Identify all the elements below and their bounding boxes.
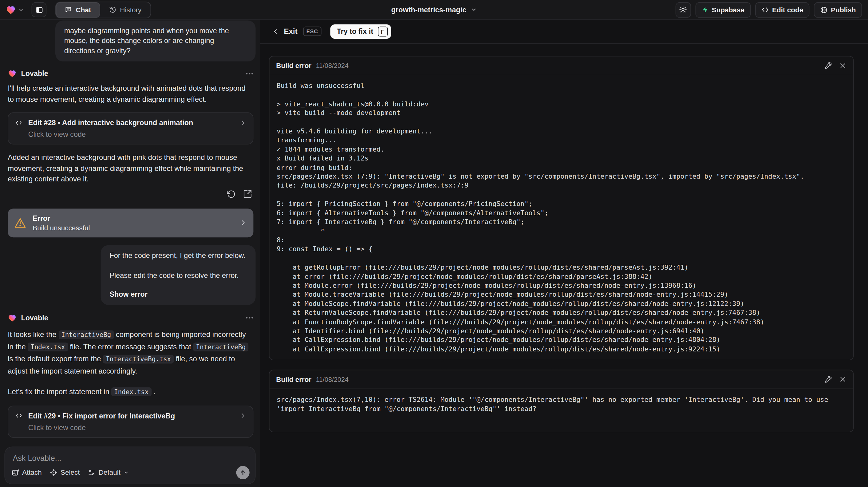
build-error-card[interactable]: Error Build unsuccessful (8, 209, 253, 237)
chat-composer[interactable]: Ask Lovable... Attach Select (4, 447, 255, 484)
wrench-icon[interactable] (824, 62, 831, 69)
message-actions (0, 189, 252, 199)
tab-chat[interactable]: Chat (56, 2, 100, 17)
lovable-heart-icon (8, 69, 17, 78)
supabase-button[interactable]: Supabase (695, 2, 751, 17)
panel-date: 11/08/2024 (316, 62, 349, 69)
history-icon (109, 6, 116, 13)
assistant-message: I'll help create an interactive backgrou… (8, 83, 252, 104)
assistant-header: Lovable (8, 69, 253, 78)
sliders-icon (88, 469, 96, 477)
try-to-fix-label: Try to fix it (337, 27, 373, 35)
error-view-toolbar: Exit ESC Try to fix it F (260, 19, 868, 44)
edit-29-card[interactable]: Edit #29 • Fix import error for Interact… (8, 405, 253, 437)
code-brackets-icon (15, 119, 23, 126)
chat-panel: maybe diagramming points and when you mo… (0, 19, 261, 487)
lovable-logo-menu[interactable] (5, 5, 24, 14)
text-segment: file. The error message suggests that (68, 342, 193, 351)
attach-image-icon (12, 469, 19, 477)
code-brackets-icon (761, 6, 769, 13)
try-to-fix-button[interactable]: Try to fix it F (330, 24, 391, 38)
warning-triangle-icon (14, 217, 26, 228)
close-icon[interactable] (839, 62, 846, 69)
supabase-icon (702, 6, 709, 13)
chat-messages[interactable]: maybe diagramming points and when you mo… (0, 19, 260, 487)
edit-28-title: Edit #28 • Add interactive background an… (28, 118, 193, 127)
inline-code: InteractiveBg.tsx (103, 355, 174, 363)
select-label: Select (61, 469, 80, 477)
chevron-down-icon[interactable] (471, 7, 477, 13)
error-card-subtitle: Build unsuccessful (33, 224, 90, 232)
panel-body[interactable]: src/pages/Index.tsx(7,10): error TS2614:… (270, 389, 853, 432)
chevron-right-icon (240, 119, 246, 126)
error-card-texts: Error Build unsuccessful (33, 214, 90, 232)
panel-actions (824, 376, 846, 384)
tab-chat-label: Chat (76, 6, 91, 13)
edit-28-card[interactable]: Edit #28 • Add interactive background an… (8, 112, 253, 144)
edit-code-button[interactable]: Edit code (755, 2, 809, 17)
lovable-heart-icon (5, 5, 16, 14)
error-card-title: Error (33, 214, 90, 222)
tab-history-label: History (120, 6, 142, 13)
panel-title: Build error (276, 376, 311, 384)
settings-button[interactable] (675, 2, 691, 17)
text-segment: is the default export from the (8, 355, 103, 363)
show-error-link[interactable]: Show error (110, 290, 148, 298)
mode-dropdown[interactable]: Default (88, 469, 129, 477)
close-icon[interactable] (839, 376, 846, 383)
build-error-panel-2: Build error 11/08/2024 src/pages/Index.t… (269, 370, 854, 432)
inline-code: InteractiveBg (193, 342, 249, 351)
edit-28-subtitle: Click to view code (28, 130, 246, 139)
user-message: For the code present, I get the error be… (101, 245, 256, 305)
assistant-message-rich: Let's fix the import statement in Index.… (8, 386, 252, 398)
assistant-header: Lovable (8, 313, 253, 322)
panel-actions (824, 62, 846, 69)
text-segment: It looks like the (8, 330, 58, 338)
toggle-sidebar-button[interactable] (32, 2, 47, 17)
inline-code: InteractiveBg (58, 330, 114, 339)
top-bar: Chat History growth-metrics-magic (0, 0, 868, 20)
attach-button[interactable]: Attach (12, 469, 42, 477)
error-view-panel: Exit ESC Try to fix it F Build error 11/… (260, 19, 868, 487)
edit-29-subtitle: Click to view code (28, 423, 246, 431)
assistant-name: Lovable (21, 69, 48, 78)
lovable-app: Chat History growth-metrics-magic (0, 0, 868, 487)
inline-code: Index.tsx (28, 342, 68, 351)
select-target-icon (50, 469, 58, 477)
user-error-line2: Please edit the code to resolve the erro… (110, 270, 247, 280)
top-bar-actions: Supabase Edit code Publish (675, 2, 868, 17)
edit-29-title: Edit #29 • Fix import error for Interact… (28, 412, 175, 420)
user-message: maybe diagramming points and when you mo… (55, 21, 256, 61)
send-button[interactable] (236, 466, 250, 479)
attach-label: Attach (22, 469, 42, 477)
assistant-name: Lovable (21, 313, 48, 322)
build-error-panels: Build error 11/08/2024 Build was unsucce… (260, 44, 868, 432)
panel-title: Build error (276, 62, 311, 69)
build-error-panel-1: Build error 11/08/2024 Build was unsucce… (269, 56, 854, 360)
more-options-icon[interactable] (246, 72, 253, 74)
globe-icon (820, 6, 828, 13)
open-external-icon[interactable] (243, 189, 252, 199)
panel-body[interactable]: Build was unsuccessful > vite_react_shad… (270, 75, 853, 360)
panel-header: Build error 11/08/2024 (270, 57, 853, 75)
chat-history-switcher: Chat History (55, 2, 151, 18)
project-name[interactable]: growth-metrics-magic (391, 5, 466, 14)
exit-button[interactable]: Exit (272, 27, 298, 35)
publish-button[interactable]: Publish (814, 2, 862, 17)
composer-input[interactable]: Ask Lovable... (12, 454, 61, 463)
f-key-badge: F (378, 26, 388, 36)
spacer (110, 261, 247, 270)
code-brackets-icon (15, 412, 23, 419)
panel-date: 11/08/2024 (316, 376, 349, 384)
composer-toolbar: Attach Select Default (12, 466, 250, 479)
panel-header: Build error 11/08/2024 (270, 370, 853, 389)
assistant-message-rich: It looks like the InteractiveBg componen… (8, 328, 252, 377)
select-button[interactable]: Select (50, 469, 80, 477)
chevron-right-icon (240, 219, 247, 226)
restore-icon[interactable] (226, 189, 236, 199)
esc-key-badge: ESC (303, 26, 321, 36)
text-segment: Let's fix the import statement in (8, 387, 111, 395)
tab-history[interactable]: History (100, 2, 150, 17)
wrench-icon[interactable] (824, 376, 831, 384)
more-options-icon[interactable] (246, 317, 253, 319)
